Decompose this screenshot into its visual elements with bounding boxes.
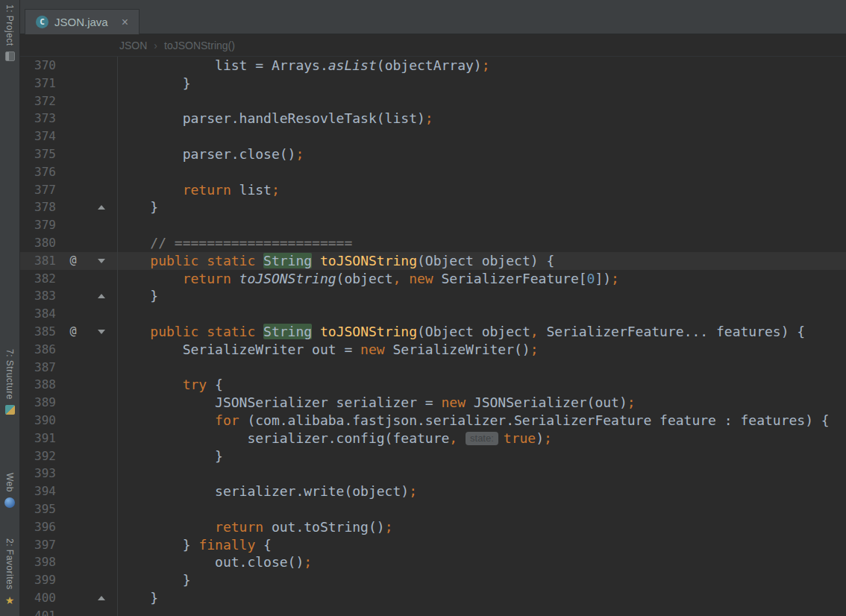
- code-line: 392 }: [20, 447, 846, 465]
- line-number[interactable]: 378: [20, 198, 56, 216]
- line-number[interactable]: 381: [20, 252, 56, 270]
- fold-expand-icon[interactable]: [98, 596, 105, 600]
- code-line: 386 SerializeWriter out = new SerializeW…: [20, 341, 846, 359]
- code-text[interactable]: list = Arrays.asList(objectArray);: [118, 57, 490, 75]
- gutter: [56, 145, 118, 163]
- line-number[interactable]: 389: [20, 394, 56, 412]
- line-number[interactable]: 399: [20, 571, 56, 589]
- tool-button-favorites[interactable]: 2: Favorites: [0, 538, 19, 606]
- line-number[interactable]: 400: [20, 589, 56, 607]
- line-number[interactable]: 372: [20, 92, 56, 110]
- editor[interactable]: 370 list = Arrays.asList(objectArray);37…: [20, 57, 846, 616]
- fold-expand-icon[interactable]: [98, 294, 105, 298]
- line-number[interactable]: 395: [20, 500, 56, 518]
- code-text[interactable]: serializer.config(feature, state:true);: [118, 430, 552, 447]
- code-text[interactable]: public static String toJSONString(Object…: [118, 252, 554, 270]
- code-text[interactable]: }: [118, 571, 191, 589]
- line-number[interactable]: 396: [20, 518, 56, 536]
- line-number[interactable]: 392: [20, 447, 56, 465]
- line-number[interactable]: 383: [20, 287, 56, 305]
- line-number[interactable]: 390: [20, 412, 56, 430]
- line-number[interactable]: 380: [20, 234, 56, 252]
- fold-slot: [90, 294, 113, 298]
- code-text[interactable]: for (com.alibaba.fastjson.serializer.Ser…: [118, 412, 830, 430]
- tool-button-favorites-label: 2: Favorites: [4, 538, 15, 590]
- tool-button-structure[interactable]: 7: Structure: [0, 349, 19, 415]
- line-number[interactable]: 388: [20, 376, 56, 394]
- code-text[interactable]: } finally {: [118, 536, 272, 554]
- class-icon-letter: C: [40, 17, 45, 27]
- line-number[interactable]: 387: [20, 359, 56, 377]
- gutter: [56, 359, 118, 377]
- line-number[interactable]: 377: [20, 181, 56, 199]
- code-line: 401: [20, 607, 846, 616]
- line-number[interactable]: 385: [20, 323, 56, 341]
- fold-expand-icon[interactable]: [98, 205, 105, 210]
- fold-slot: [90, 259, 113, 263]
- line-number[interactable]: 370: [20, 57, 56, 75]
- line-number[interactable]: 376: [20, 163, 56, 181]
- tab-json-java[interactable]: C JSON.java ×: [25, 9, 140, 34]
- breadcrumb-class[interactable]: JSON: [119, 40, 147, 51]
- gutter: [56, 216, 118, 234]
- code-text[interactable]: }: [118, 447, 223, 465]
- line-number[interactable]: 384: [20, 305, 56, 323]
- editor-tab-bar: C JSON.java ×: [20, 0, 846, 34]
- line-number[interactable]: 382: [20, 270, 56, 288]
- gutter: [56, 234, 118, 252]
- gutter: [56, 110, 118, 128]
- code-line: 376: [20, 163, 846, 181]
- code-line: 384: [20, 305, 846, 323]
- breadcrumb-method[interactable]: toJSONString(): [164, 40, 235, 51]
- line-number[interactable]: 397: [20, 536, 56, 554]
- code-text[interactable]: }: [118, 589, 158, 607]
- line-number[interactable]: 374: [20, 128, 56, 145]
- tool-button-web[interactable]: Web: [0, 473, 19, 508]
- line-number[interactable]: 379: [20, 216, 56, 234]
- code-text[interactable]: return out.toString();: [118, 518, 392, 536]
- line-number[interactable]: 371: [20, 75, 56, 92]
- line-number[interactable]: 393: [20, 465, 56, 483]
- line-number[interactable]: 391: [20, 430, 56, 447]
- fold-slot: [90, 596, 113, 600]
- ide-window: 1: Project 7: Structure Web 2: Favorites…: [0, 0, 846, 616]
- editor-lines: 370 list = Arrays.asList(objectArray);37…: [20, 57, 846, 616]
- fold-collapse-icon[interactable]: [98, 259, 105, 263]
- class-icon: C: [36, 16, 48, 28]
- code-text[interactable]: }: [118, 75, 191, 92]
- code-text[interactable]: }: [118, 198, 158, 216]
- code-text[interactable]: parser.close();: [118, 145, 304, 163]
- code-text[interactable]: return toJSONString(object, new Serializ…: [118, 270, 619, 288]
- code-text[interactable]: JSONSerializer serializer = new JSONSeri…: [118, 394, 636, 412]
- annotation-gutter-icon: @: [56, 323, 90, 341]
- line-number[interactable]: 386: [20, 341, 56, 359]
- code-text[interactable]: SerializeWriter out = new SerializeWrite…: [118, 341, 539, 359]
- code-text[interactable]: // ======================: [118, 234, 352, 252]
- gutter: [56, 270, 118, 288]
- gutter: [56, 447, 118, 465]
- line-number[interactable]: 375: [20, 145, 56, 163]
- code-line: 373 parser.handleResovleTask(list);: [20, 110, 846, 128]
- code-text[interactable]: serializer.write(object);: [118, 483, 417, 500]
- highlighted-identifier: String: [263, 324, 312, 339]
- code-line: 391 serializer.config(feature, state:tru…: [20, 430, 846, 447]
- tool-button-web-label: Web: [4, 473, 15, 492]
- code-text[interactable]: out.close();: [118, 553, 312, 571]
- gutter: [56, 465, 118, 483]
- code-text[interactable]: return list;: [118, 181, 280, 199]
- gutter: [56, 92, 118, 110]
- tool-button-project[interactable]: 1: Project: [0, 4, 19, 61]
- code-text[interactable]: public static String toJSONString(Object…: [118, 323, 805, 341]
- tab-close-icon[interactable]: ×: [122, 16, 128, 28]
- line-number[interactable]: 394: [20, 483, 56, 500]
- line-number[interactable]: 398: [20, 553, 56, 571]
- line-number[interactable]: 401: [20, 607, 56, 616]
- code-text[interactable]: parser.handleResovleTask(list);: [118, 110, 433, 128]
- code-text[interactable]: }: [118, 287, 158, 305]
- code-line: 388 try {: [20, 376, 846, 394]
- gutter: [56, 198, 118, 216]
- fold-collapse-icon[interactable]: [98, 330, 105, 334]
- gutter: [56, 483, 118, 500]
- line-number[interactable]: 373: [20, 110, 56, 128]
- code-text[interactable]: try {: [118, 376, 223, 394]
